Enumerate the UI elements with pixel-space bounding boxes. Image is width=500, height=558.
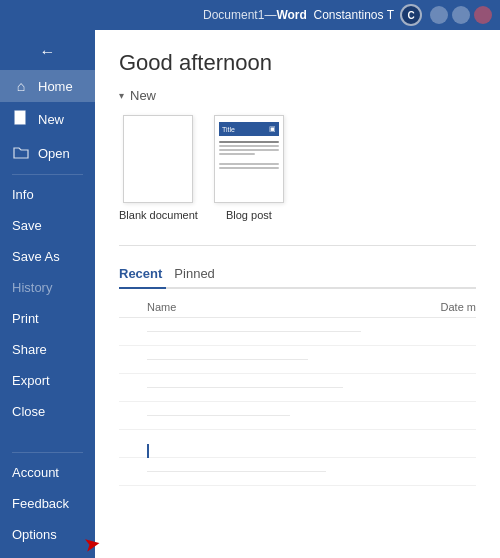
sidebar-item-account[interactable]: Account — [0, 457, 95, 488]
chevron-down-icon[interactable]: ▾ — [119, 90, 124, 101]
template-blog-label: Blog post — [226, 209, 272, 221]
empty-row-4 — [119, 402, 476, 430]
title-spacer — [307, 8, 314, 22]
sidebar-item-print-label: Print — [12, 311, 39, 326]
blog-line-1 — [219, 141, 279, 143]
sidebar-item-history-label: History — [12, 280, 52, 295]
empty-row-3 — [119, 374, 476, 402]
blog-line-3 — [219, 149, 279, 151]
blog-line-4 — [219, 153, 255, 155]
tab-recent-label: Recent — [119, 266, 162, 281]
sidebar-item-home-label: Home — [38, 79, 73, 94]
template-blank[interactable]: Blank document — [119, 115, 198, 221]
sidebar-item-share[interactable]: Share — [0, 334, 95, 365]
back-button[interactable]: ← — [0, 34, 95, 70]
tab-pinned-label: Pinned — [174, 266, 214, 281]
minimize-button[interactable] — [430, 6, 448, 24]
sidebar-item-close[interactable]: Close — [0, 396, 95, 427]
blog-title-text: Title — [222, 126, 235, 133]
sidebar-item-export[interactable]: Export — [0, 365, 95, 396]
open-icon — [12, 145, 30, 162]
templates-row: Blank document Title ▣ — [119, 115, 476, 221]
blog-title-icon: ▣ — [269, 125, 276, 133]
title-bar: Document1 — Word Constantinos T C — [0, 0, 500, 30]
new-section: ▾ New Blank document Title ▣ — [95, 88, 500, 237]
maximize-button[interactable] — [452, 6, 470, 24]
sidebar-item-account-label: Account — [12, 465, 59, 480]
blog-spacer — [219, 157, 279, 161]
template-blog-thumb: Title ▣ — [214, 115, 284, 203]
template-blank-label: Blank document — [119, 209, 198, 221]
files-header-date: Date m — [396, 301, 476, 313]
app-body: ← ⌂ Home New Open — [0, 30, 500, 558]
sidebar-item-info-label: Info — [12, 187, 34, 202]
files-header-icon — [119, 301, 147, 313]
sidebar-item-history[interactable]: History — [0, 272, 95, 303]
new-section-text: New — [130, 88, 156, 103]
sidebar-item-options[interactable]: Options ➤ — [0, 519, 95, 550]
home-icon: ⌂ — [12, 78, 30, 94]
content-header: Good afternoon — [95, 30, 500, 88]
empty-line-4 — [147, 415, 290, 416]
sidebar-bottom: Account Feedback Options ➤ — [0, 448, 95, 558]
template-blog[interactable]: Title ▣ Blog post — [214, 115, 284, 221]
blog-line-5 — [219, 163, 279, 165]
sidebar-item-save-as[interactable]: Save As — [0, 241, 95, 272]
empty-line-2 — [147, 359, 308, 360]
files-header-name: Name — [147, 301, 396, 313]
blog-title-bar: Title ▣ — [219, 122, 279, 136]
sidebar-item-share-label: Share — [12, 342, 47, 357]
new-icon — [12, 110, 30, 129]
empty-line-3 — [147, 387, 343, 388]
sidebar-divider-1 — [12, 174, 83, 175]
tabs-area: Recent Pinned Name Date m — [95, 262, 500, 486]
empty-row-2 — [119, 346, 476, 374]
template-blank-thumb — [123, 115, 193, 203]
sidebar: ← ⌂ Home New Open — [0, 30, 95, 558]
blog-line-2 — [219, 145, 279, 147]
sidebar-item-save-as-label: Save As — [12, 249, 60, 264]
sidebar-item-new-label: New — [38, 112, 64, 127]
greeting-text: Good afternoon — [119, 50, 476, 76]
sidebar-divider-2 — [12, 452, 83, 453]
new-section-label: ▾ New — [119, 88, 476, 103]
user-name: Constantinos T — [314, 8, 395, 22]
blog-lines — [219, 139, 279, 171]
sidebar-item-new[interactable]: New — [0, 102, 95, 137]
empty-line-6 — [147, 471, 326, 472]
empty-row-5 — [119, 430, 476, 458]
sidebar-item-options-label: Options — [12, 527, 57, 542]
sidebar-item-save[interactable]: Save — [0, 210, 95, 241]
empty-line-1 — [147, 331, 361, 332]
sidebar-item-save-label: Save — [12, 218, 42, 233]
sidebar-item-close-label: Close — [12, 404, 45, 419]
sidebar-item-feedback[interactable]: Feedback — [0, 488, 95, 519]
files-header: Name Date m — [119, 297, 476, 318]
tab-recent[interactable]: Recent — [119, 262, 174, 287]
back-icon: ← — [40, 43, 56, 61]
blog-line-6 — [219, 167, 279, 169]
sidebar-item-open-label: Open — [38, 146, 70, 161]
sidebar-item-info[interactable]: Info — [0, 179, 95, 210]
tabs-row: Recent Pinned — [119, 262, 476, 289]
sidebar-item-export-label: Export — [12, 373, 50, 388]
text-cursor — [147, 444, 149, 458]
avatar[interactable]: C — [400, 4, 422, 26]
app-name: Word — [276, 8, 306, 22]
tab-pinned[interactable]: Pinned — [174, 262, 226, 287]
close-button[interactable] — [474, 6, 492, 24]
sidebar-item-open[interactable]: Open — [0, 137, 95, 170]
empty-row-1 — [119, 318, 476, 346]
document-title: Document1 — [203, 8, 264, 22]
sidebar-item-print[interactable]: Print — [0, 303, 95, 334]
title-separator: — — [264, 8, 276, 22]
empty-row-6 — [119, 458, 476, 486]
window-controls — [430, 6, 492, 24]
main-content: Good afternoon ▾ New Blank document — [95, 30, 500, 558]
options-cursor-arrow: ➤ — [82, 533, 102, 556]
sidebar-item-home[interactable]: ⌂ Home — [0, 70, 95, 102]
section-separator — [119, 245, 476, 246]
avatar-initials: C — [400, 4, 422, 26]
sidebar-item-feedback-label: Feedback — [12, 496, 69, 511]
